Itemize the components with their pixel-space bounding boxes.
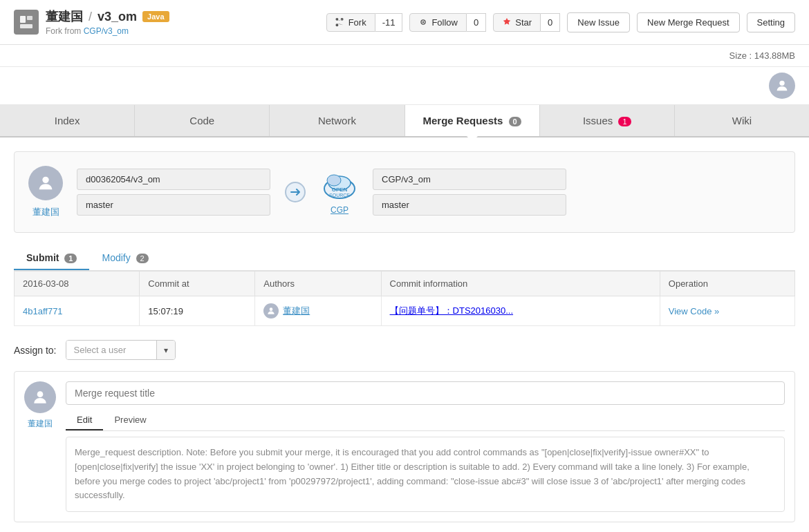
table-row: 4b1aff771 15:07:19 董建国 【问题单号】：DTS2016030… [15,296,795,326]
form-tabs: Edit Preview [66,410,785,431]
submit-tab[interactable]: Submit 1 [14,247,89,270]
tab-merge-requests[interactable]: Merge Requests 0 [405,105,540,136]
star-button[interactable]: Star [493,13,541,32]
merge-arrow [284,181,306,203]
assign-select[interactable]: Select a user [66,341,156,359]
form-user-label: 董建国 [28,418,53,430]
java-badge: Java [142,11,169,22]
commit-author-cell: 董建国 [255,296,381,326]
svg-text:OPEN: OPEN [332,187,348,193]
assign-row: Assign to: Select a user ▾ [14,340,795,360]
merge-description: Merge_request description. Note: Before … [66,437,785,512]
form-avatar-col: 董建国 [24,381,56,430]
svg-rect-0 [20,16,26,23]
star-group: Star 0 [493,13,560,32]
user-link[interactable]: 董建国 [46,8,83,25]
assign-select-group: Select a user ▾ [66,340,176,360]
page-header: 董建国 / v3_om Java Fork from CGP/v3_om For… [0,0,809,45]
target-branch-box: master [373,194,566,216]
user-avatar-icon [769,73,795,99]
commit-info-cell: 【问题单号】：DTS2016030... [381,296,660,326]
merge-flow: 董建国 d00362054/v3_om master OPEN SOURCE C… [14,151,795,233]
nav-tabs: Index Code Network Merge Requests 0 Issu… [0,105,809,137]
tab-issues[interactable]: Issues 1 [540,105,675,136]
fork-button[interactable]: Fork [326,13,375,32]
commit-hash-cell: 4b1aff771 [15,296,140,326]
size-text: Size : 143.88MB [729,50,795,61]
svg-point-14 [37,391,44,397]
follow-group: Follow 0 [409,13,486,32]
fork-count: -11 [375,13,403,32]
assign-label: Assign to: [14,345,56,356]
slash: / [89,10,92,24]
merge-badge: 0 [509,117,521,126]
header-left: 董建国 / v3_om Java Fork from CGP/v3_om [14,8,169,36]
header-actions: Fork -11 Follow 0 Star 0 New Issue New M… [326,12,795,32]
commit-at-cell: 15:07:19 [140,296,255,326]
source-inputs: d00362054/v3_om master [77,169,270,216]
commit-tabs: Submit 1 Modify 2 [14,247,795,271]
source-branch-box: master [77,194,270,216]
author-link[interactable]: 董建国 [283,305,310,317]
follow-count: 0 [467,13,486,32]
modify-tab[interactable]: Modify 2 [89,247,160,270]
col-info: Commit information [381,272,660,296]
target-repo-box: CGP/v3_om [373,169,566,190]
edit-tab[interactable]: Edit [66,410,103,430]
tab-wiki[interactable]: Wiki [675,105,809,136]
repo-info: 董建国 / v3_om Java Fork from CGP/v3_om [46,8,169,36]
svg-point-5 [779,81,784,86]
form-right: Edit Preview Merge_request description. … [66,381,785,512]
source-side: 董建国 [28,166,63,218]
target-inputs: CGP/v3_om master [373,169,566,216]
tab-network[interactable]: Network [270,105,404,136]
col-commit-at: Commit at [140,272,255,296]
operation-cell: View Code » [660,296,794,326]
author-avatar [263,303,279,319]
source-avatar [28,166,63,200]
preview-tab[interactable]: Preview [103,410,157,430]
fork-group: Fork -11 [326,13,403,32]
setting-button[interactable]: Setting [747,12,795,32]
svg-point-13 [270,307,273,311]
assign-dropdown-btn[interactable]: ▾ [156,341,175,359]
fork-from-link[interactable]: CGP/v3_om [84,26,129,36]
view-code-link[interactable]: View Code » [669,306,719,316]
new-issue-button[interactable]: New Issue [567,12,630,32]
issues-badge: 1 [618,117,631,126]
size-bar: Size : 143.88MB [0,45,809,67]
main-content: 董建国 d00362054/v3_om master OPEN SOURCE C… [0,137,809,532]
source-user-link[interactable]: 董建国 [32,206,59,218]
request-form: 董建国 Edit Preview Merge_request descripti… [14,371,795,522]
merge-title-input[interactable] [66,381,785,405]
cgp-logo: OPEN SOURCE CGP [320,169,359,215]
repo-link[interactable]: v3_om [97,10,137,24]
col-authors: Authors [255,272,381,296]
tab-index[interactable]: Index [0,105,135,136]
repo-title: 董建国 / v3_om Java [46,8,169,25]
svg-rect-2 [20,24,32,28]
commit-author: 董建国 [263,303,372,319]
commit-hash-link[interactable]: 4b1aff771 [23,306,63,316]
svg-point-10 [327,175,341,186]
tab-code[interactable]: Code [135,105,270,136]
commits-table: 2016-03-08 Commit at Authors Commit info… [14,271,795,326]
source-repo-box: d00362054/v3_om [77,169,270,190]
svg-point-6 [42,177,48,183]
svg-text:SOURCE: SOURCE [329,193,350,198]
col-date: 2016-03-08 [15,272,140,296]
svg-point-4 [422,21,425,23]
form-avatar [24,381,56,413]
svg-rect-1 [27,16,32,20]
submit-count: 1 [64,254,77,263]
fork-from: Fork from CGP/v3_om [46,26,169,36]
new-merge-button[interactable]: New Merge Request [637,12,740,32]
cgp-link[interactable]: CGP [331,205,348,215]
modify-count: 2 [136,254,149,263]
commit-info-link[interactable]: 【问题单号】：DTS2016030... [390,305,513,316]
col-operation: Operation [660,272,794,296]
user-avatar-bar [0,67,809,105]
request-form-inner: 董建国 Edit Preview Merge_request descripti… [15,372,794,522]
follow-button[interactable]: Follow [409,13,467,32]
repo-icon [14,10,39,35]
